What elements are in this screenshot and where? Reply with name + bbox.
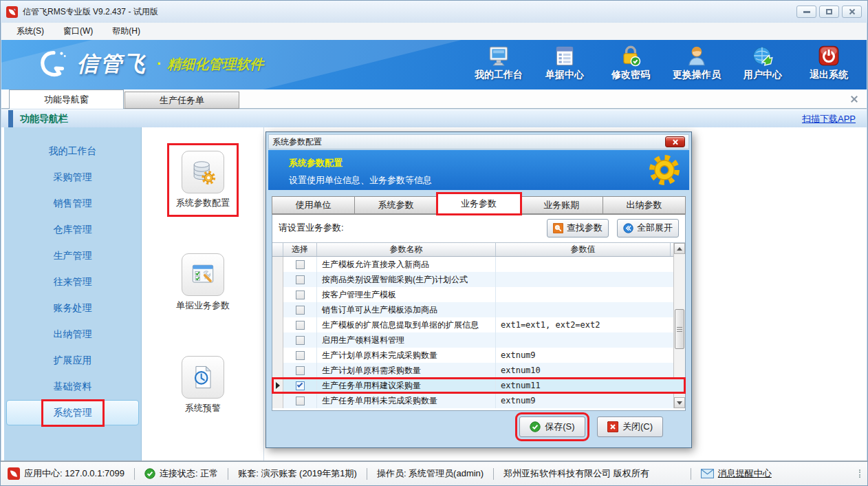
scan-download-app-link[interactable]: 扫描下载APP [802,113,856,125]
menu-item[interactable]: 窗口(W) [55,23,101,39]
checkbox[interactable] [296,397,305,405]
checkbox-cell[interactable] [283,348,317,363]
sidebar-item[interactable]: 系统管理 [6,400,139,425]
save-label: 保存(S) [545,421,574,433]
row-selector-cell [272,378,283,393]
window-title: 信管飞RMS专业版 V9.2.437 - 试用版 [23,6,158,18]
shortcut-label: 系统预警 [185,402,221,414]
checkbox[interactable] [296,290,305,299]
menu-item[interactable]: 帮助(H) [104,23,149,39]
copyright-text: 郑州亚拓软件科技有限公司 版权所有 [503,467,649,480]
checkbox[interactable] [296,351,305,360]
maximize-button[interactable] [819,6,839,18]
sidebar-item[interactable]: 我的工作台 [4,138,141,165]
checkbox-cell[interactable] [283,317,317,332]
tabstrip-close-icon[interactable] [849,94,860,105]
param-value-cell: extnum9 [496,348,671,363]
sidebar-item[interactable]: 扩展应用 [4,348,141,374]
checkbox[interactable] [296,306,305,315]
table-row[interactable]: 生产任务单用料未完成采购数量 extnum9 [272,393,685,408]
nav-title: 功能导航栏 [20,113,68,125]
table-row[interactable]: 生产计划单原料需采购数量 extnum10 [272,363,685,378]
checkbox-cell[interactable] [283,257,317,272]
status-message-center[interactable]: 消息提醒中心 [701,467,772,480]
checkbox-cell[interactable] [283,332,317,348]
checkbox[interactable] [296,275,305,284]
expand-all-button[interactable]: 全部展开 [617,219,679,237]
checkbox-cell[interactable] [283,393,317,408]
header-param-value: 参数值 [496,243,671,256]
checkbox[interactable] [296,381,305,390]
dialog-tab[interactable]: 使用单位 [272,196,355,214]
checkbox[interactable] [296,260,305,269]
shortcut-document-business-params[interactable]: 单据业务参数 [169,248,237,317]
dialog-tab[interactable]: 出纳参数 [603,196,686,214]
checkbox[interactable] [296,366,305,375]
envelope-icon [701,469,714,478]
toolbar-document-center[interactable]: 单据中心 [536,44,593,81]
dialog-title: 系统参数配置 [272,136,322,148]
dialog-tab[interactable]: 业务账期 [521,196,603,214]
dialog-close-button[interactable] [665,136,685,147]
param-name-cell: 生产计划单原料未完成采购数量 [317,348,496,363]
menu-bar: 系统(S)窗口(W)帮助(H) [1,23,867,40]
close-dialog-button[interactable]: 关闭(C) [597,416,663,437]
sidebar-item-label: 销售管理 [54,198,92,210]
toolbar-user-center[interactable]: 用户中心 [735,44,791,81]
document-tab[interactable]: 生产任务单 [124,92,239,109]
checkbox-cell[interactable] [283,363,317,378]
scrollbar-thumb[interactable] [675,309,684,349]
checkbox-cell[interactable] [283,378,317,393]
sidebar-item[interactable]: 基础资料 [4,374,141,400]
scroll-up-button[interactable] [674,243,685,254]
shortcut-system-param-config[interactable]: 系统参数配置 [169,145,237,215]
checkbox-cell[interactable] [283,272,317,287]
row-selector-cell [272,257,283,272]
param-value-cell [496,287,671,302]
table-row[interactable]: 生产计划单原料未完成采购数量 extnum9 [272,348,685,363]
table-row[interactable]: 按商品类别设置智能采购(生产)计划公式 [272,272,685,287]
table-row[interactable]: 启用生产领料退料管理 [272,332,685,348]
dialog-tab[interactable]: 系统参数 [355,196,437,214]
sidebar-item[interactable]: 采购管理 [4,165,141,191]
toolbar-switch-operator[interactable]: 更换操作员 [669,44,725,81]
checkbox[interactable] [296,321,305,330]
sidebar-item-label: 仓库管理 [54,224,92,236]
menu-item[interactable]: 系统(S) [8,23,52,39]
toolbar-my-workbench[interactable]: 我的工作台 [470,44,527,81]
sidebar-item[interactable]: 销售管理 [4,191,141,217]
save-button[interactable]: 保存(S) [519,416,585,437]
table-row[interactable]: 销售订单可从生产模板添加商品 [272,302,685,317]
document-center-icon [553,44,576,67]
dialog-tab[interactable]: 业务参数 [437,193,520,214]
close-button[interactable] [842,6,862,18]
shortcut-system-alert[interactable]: 系统预警 [175,350,231,420]
minimize-button[interactable] [796,6,816,18]
table-row[interactable]: 生产任务单用料建议采购量 extnum11 [272,378,685,393]
checkbox-cell[interactable] [283,287,317,302]
toolbar-change-password[interactable]: 修改密码 [603,44,659,81]
table-row[interactable]: 生产模板允许直接录入新商品 [272,257,685,272]
account-text: 账套: 演示账套 (2019年第1期) [238,467,357,480]
toolbar-exit-system[interactable]: 退出系统 [801,44,857,81]
message-center-link[interactable]: 消息提醒中心 [718,467,772,480]
checkbox-cell[interactable] [283,302,317,317]
sidebar-item[interactable]: 出纳管理 [4,321,141,348]
database-gear-icon [188,157,218,187]
toolbar-label: 我的工作台 [475,69,523,81]
resize-grip[interactable] [852,469,860,478]
checkbox[interactable] [296,336,305,345]
find-param-button[interactable]: 查找参数 [547,219,609,237]
scroll-down-button[interactable] [674,397,685,408]
sidebar-item[interactable]: 往来管理 [4,269,141,295]
table-row[interactable]: 按客户管理生产模板 [272,287,685,302]
change-password-lock-icon [619,44,642,67]
sidebar-item[interactable]: 生产管理 [4,243,141,269]
sidebar-item[interactable]: 账务处理 [4,295,141,321]
double-chevron-left-icon [623,223,633,233]
document-tab[interactable]: 功能导航窗 [9,89,124,109]
sidebar-item[interactable]: 仓库管理 [4,217,141,243]
separator [367,468,367,480]
table-row[interactable]: 生产模板的扩展信息提取到单据的扩展信息 ext1=ext1, ext2=ext2 [272,317,685,332]
param-value-cell: extnum9 [496,393,671,408]
